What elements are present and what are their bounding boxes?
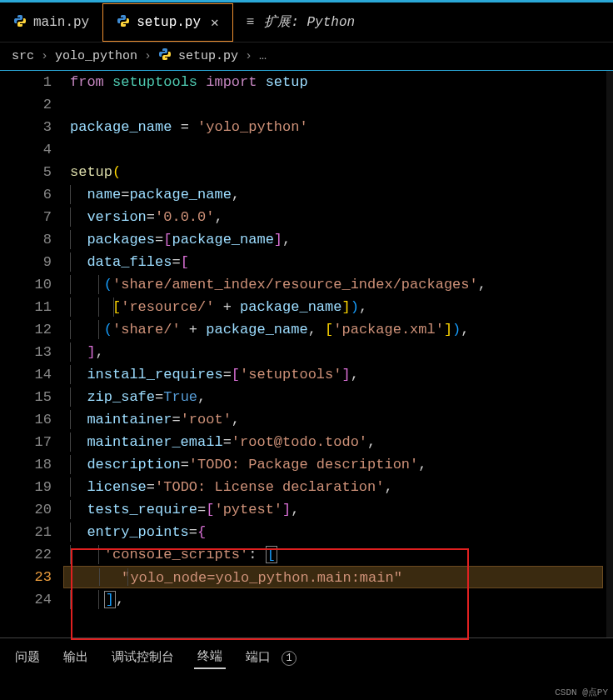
code-line: zip_safe=True, — [63, 386, 613, 408]
chevron-right-icon: › — [41, 49, 48, 63]
breadcrumb[interactable]: src › yolo_python › setup.py › … — [0, 42, 613, 71]
code-line: maintainer_email='root@todo.todo', — [63, 431, 613, 453]
line-number[interactable]: 6 — [0, 183, 52, 206]
code-line: license='TODO: License declaration', — [63, 476, 613, 498]
code-area[interactable]: from setuptools import setup package_nam… — [63, 71, 613, 638]
python-icon — [117, 14, 130, 31]
list-icon: ≡ — [247, 15, 255, 30]
line-number[interactable]: 3 — [0, 116, 52, 138]
line-number[interactable]: 11 — [0, 296, 52, 318]
tab-setup-py[interactable]: setup.py ✕ — [102, 3, 232, 42]
line-number[interactable]: 23 — [0, 566, 52, 588]
breadcrumb-part[interactable]: yolo_python — [55, 49, 137, 63]
code-line: from setuptools import setup — [63, 71, 613, 93]
code-line: ('share/ament_index/resource_index/packa… — [63, 273, 613, 296]
code-line: package_name = 'yolo_python' — [63, 116, 613, 138]
tab-label: main.py — [33, 15, 89, 30]
line-number[interactable]: 17 — [0, 431, 52, 453]
line-number[interactable]: 12 — [0, 318, 52, 341]
tab-label: setup.py — [137, 15, 201, 30]
code-line: maintainer='root', — [63, 408, 613, 431]
breadcrumb-part[interactable]: setup.py — [178, 49, 238, 63]
line-number[interactable]: 21 — [0, 521, 52, 543]
line-number[interactable]: 9 — [0, 251, 52, 273]
code-line: ('share/' + package_name, ['package.xml'… — [63, 318, 613, 341]
line-number[interactable]: 5 — [0, 161, 52, 183]
python-icon — [158, 48, 172, 65]
line-number[interactable]: 13 — [0, 341, 52, 363]
panel-tab-ports[interactable]: 端口 1 — [242, 646, 300, 669]
line-number[interactable]: 7 — [0, 206, 52, 228]
panel-tab-terminal[interactable]: 终端 — [194, 645, 226, 669]
panel-tab-problems[interactable]: 问题 — [12, 646, 43, 668]
tab-extension-python[interactable]: ≡ 扩展: Python — [233, 3, 368, 42]
line-number[interactable]: 2 — [0, 93, 52, 116]
line-number[interactable]: 10 — [0, 273, 52, 296]
code-line: version='0.0.0', — [63, 206, 613, 228]
line-number[interactable]: 15 — [0, 386, 52, 408]
line-number[interactable]: 19 — [0, 476, 52, 498]
code-editor[interactable]: 1 2 3 4 5 6 7 8 9 10 11 12 13 14 15 16 1… — [0, 71, 613, 638]
panel-tab-ports-label: 端口 — [246, 651, 271, 665]
tab-main-py[interactable]: main.py — [0, 3, 102, 42]
line-number[interactable]: 24 — [0, 588, 52, 611]
code-line: data_files=[ — [63, 251, 613, 273]
code-line: install_requires=['setuptools'], — [63, 363, 613, 386]
line-number[interactable]: 4 — [0, 138, 52, 161]
chevron-right-icon: › — [245, 49, 252, 63]
watermark: CSDN @点PY — [555, 686, 608, 698]
line-number[interactable]: 18 — [0, 453, 52, 476]
code-line: ], — [63, 588, 613, 611]
code-line: name=package_name, — [63, 183, 613, 206]
close-icon[interactable]: ✕ — [211, 14, 219, 31]
line-gutter: 1 2 3 4 5 6 7 8 9 10 11 12 13 14 15 16 1… — [0, 71, 63, 638]
line-number[interactable]: 8 — [0, 228, 52, 251]
code-line: description='TODO: Package description', — [63, 453, 613, 476]
code-line — [63, 93, 613, 116]
chevron-right-icon: › — [144, 49, 152, 63]
line-number[interactable]: 1 — [0, 71, 52, 93]
bottom-panel: 问题 输出 调试控制台 终端 端口 1 — [0, 638, 613, 676]
code-line: setup( — [63, 161, 613, 183]
editor-tabs: main.py setup.py ✕ ≡ 扩展: Python — [0, 2, 613, 42]
line-number[interactable]: 22 — [0, 543, 52, 566]
tab-label: 扩展: Python — [264, 13, 355, 31]
breadcrumb-part[interactable]: src — [12, 49, 34, 63]
code-line: 'console_scripts': [ — [63, 543, 613, 566]
panel-tab-debug-console[interactable]: 调试控制台 — [108, 646, 177, 668]
line-number[interactable]: 20 — [0, 498, 52, 521]
code-line: ], — [63, 341, 613, 363]
line-number[interactable]: 16 — [0, 408, 52, 431]
code-line: packages=[package_name], — [63, 228, 613, 251]
code-line: ['resource/' + package_name]), — [63, 296, 613, 318]
code-line: entry_points={ — [63, 521, 613, 543]
port-count-badge: 1 — [282, 651, 297, 666]
code-line: tests_require=['pytest'], — [63, 498, 613, 521]
code-line — [63, 138, 613, 161]
line-number[interactable]: 14 — [0, 363, 52, 386]
panel-tab-output[interactable]: 输出 — [60, 646, 92, 668]
code-line: "yolo_node=yolo_python.main:main" — [63, 566, 603, 588]
python-icon — [13, 14, 27, 31]
breadcrumb-ellipsis[interactable]: … — [259, 49, 267, 63]
minimap[interactable] — [606, 71, 613, 638]
